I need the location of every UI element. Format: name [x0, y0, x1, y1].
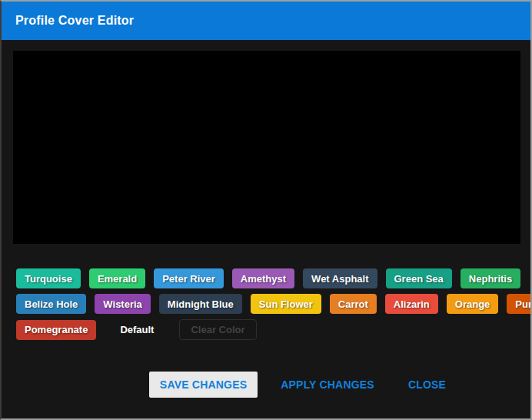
- palette-row-1: Turquoise Emerald Peter River Amethyst W…: [16, 268, 519, 288]
- color-button-emerald[interactable]: Emerald: [89, 268, 145, 288]
- color-button-wet-asphalt[interactable]: Wet Asphalt: [303, 268, 377, 288]
- color-button-alizarin[interactable]: Alizarin: [385, 294, 438, 314]
- color-button-carrot[interactable]: Carrot: [330, 294, 377, 314]
- close-button[interactable]: CLOSE: [397, 372, 457, 398]
- default-color-button[interactable]: Default: [111, 320, 163, 340]
- color-button-wisteria[interactable]: Wisteria: [95, 294, 150, 314]
- color-button-peter-river[interactable]: Peter River: [154, 268, 224, 288]
- profile-cover-editor-window: Profile Cover Editor Turquoise Emerald P…: [0, 0, 532, 420]
- page-title: Profile Cover Editor: [15, 14, 134, 28]
- apply-changes-button[interactable]: APPLY CHANGES: [270, 372, 385, 398]
- dialog-action-bar: SAVE CHANGES APPLY CHANGES CLOSE: [38, 372, 532, 398]
- color-button-belize-hole[interactable]: Belize Hole: [16, 294, 86, 314]
- color-button-midnight-blue[interactable]: Midnight Blue: [159, 294, 242, 314]
- save-changes-button[interactable]: SAVE CHANGES: [149, 372, 258, 398]
- color-button-amethyst[interactable]: Amethyst: [232, 268, 294, 288]
- palette-row-3: Pomegranate Default Clear Color: [16, 319, 519, 340]
- color-button-pomegranate[interactable]: Pomegranate: [16, 320, 96, 340]
- color-button-sun-flower[interactable]: Sun Flower: [251, 294, 321, 314]
- clear-color-button[interactable]: Clear Color: [179, 319, 256, 340]
- color-button-green-sea[interactable]: Green Sea: [386, 268, 452, 288]
- color-button-nephritis[interactable]: Nephritis: [461, 268, 520, 288]
- dialog-header: Profile Cover Editor: [2, 2, 530, 40]
- cover-preview-canvas: [13, 51, 520, 244]
- palette-row-2: Belize Hole Wisteria Midnight Blue Sun F…: [16, 294, 519, 314]
- color-button-orange[interactable]: Orange: [447, 294, 499, 314]
- color-button-pumpkin[interactable]: Pumpkin: [507, 294, 532, 314]
- color-button-turquoise[interactable]: Turquoise: [16, 268, 81, 288]
- color-palette: Turquoise Emerald Peter River Amethyst W…: [2, 244, 530, 340]
